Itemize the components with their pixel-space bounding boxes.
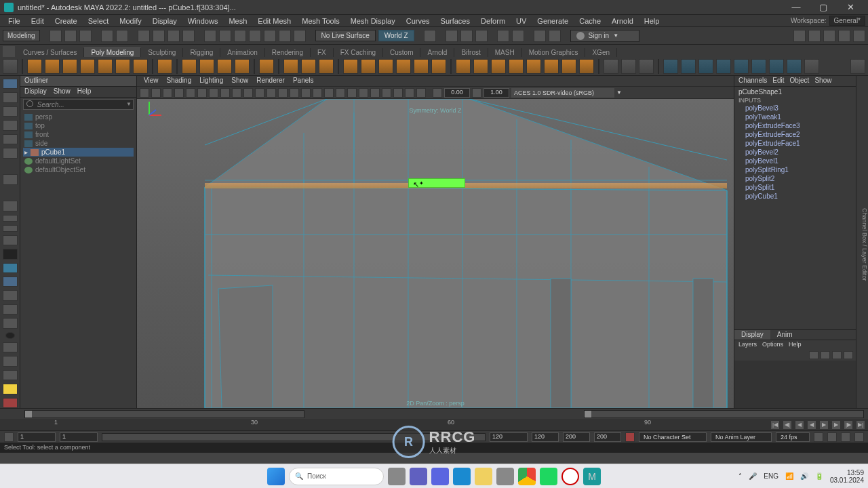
multi-cut-icon[interactable] [604,59,618,74]
target-weld-icon[interactable] [491,59,506,74]
taskbar-record-icon[interactable] [561,468,579,485]
menu-generate[interactable]: Generate [532,17,574,25]
vp-gamma-input[interactable]: 1.00 [484,88,509,98]
range-start-inner[interactable]: 1 [60,432,98,442]
snap-plane-icon[interactable] [249,30,261,42]
display-tab[interactable]: Display [734,330,770,340]
taskbar-chrome-icon[interactable] [518,468,536,485]
uv-cylinder-icon[interactable] [681,59,696,74]
vp-xray-icon[interactable] [324,88,334,98]
open-scene-icon[interactable] [64,30,77,42]
outliner-node-persp[interactable]: persp [23,113,134,121]
symmetry-dropdown[interactable]: World Z [378,30,414,41]
tab-rigging[interactable]: Rigging [183,48,220,57]
paint-select-tool[interactable] [3,106,18,117]
vp-2d-pan-icon[interactable] [174,88,184,98]
taskbar-search[interactable]: 🔍 Поиск [289,468,384,485]
menu-select[interactable]: Select [83,17,115,25]
tab-fx[interactable]: FX [311,48,334,57]
outliner-node-side[interactable]: side [23,139,134,148]
outliner-node-front[interactable]: front [23,130,134,139]
redo-icon[interactable] [116,30,128,42]
snap-grid-icon[interactable] [204,30,216,42]
tab-motion-graphics[interactable]: Motion Graphics [522,48,586,57]
outliner-menu-display[interactable]: Display [24,87,47,96]
sel-mask2-icon[interactable] [167,30,180,42]
vp-lights-icon[interactable] [290,88,299,98]
poly-cube-icon[interactable] [45,59,60,74]
quick-help-icon[interactable] [5,332,15,339]
menu-mesh-tools[interactable]: Mesh Tools [296,17,344,25]
sel-mask3-icon[interactable] [182,30,195,42]
camera-icon[interactable] [804,59,819,74]
range-end-outer[interactable]: 120 [532,432,559,442]
vp-textured-icon[interactable] [278,88,288,98]
audio-icon[interactable] [841,432,850,442]
range-cur-inner[interactable]: 200 [563,432,590,442]
cached-icon[interactable] [854,432,864,442]
menu-mesh-display[interactable]: Mesh Display [345,17,401,25]
play-icon[interactable] [534,30,546,42]
render-view-icon[interactable] [3,290,18,300]
detach-icon[interactable] [526,59,541,74]
history-polyextrude2[interactable]: polyExtrudeFace2 [734,130,856,139]
uv-normal-icon[interactable] [787,59,802,74]
layer-move-up-icon[interactable] [809,351,818,359]
taskbar-app1-icon[interactable] [410,468,427,485]
lasso-tool[interactable] [3,92,18,102]
tab-bifrost[interactable]: Bifrost [454,48,488,57]
ipr-icon[interactable] [460,30,473,42]
tab-mash[interactable]: MASH [488,48,522,57]
new-scene-icon[interactable] [50,30,62,42]
history-polyextrude1[interactable]: polyExtrudeFace1 [734,139,856,148]
poly-sphere-icon[interactable] [27,59,42,74]
offset-loop-icon[interactable] [639,59,654,74]
outliner-menu-help[interactable]: Help [77,87,92,96]
menu-deform[interactable]: Deform [475,17,511,25]
vp-wireframe-icon[interactable] [255,88,264,98]
uv-sphere-icon[interactable] [698,59,713,74]
history-polybevel2[interactable]: polyBevel2 [734,148,856,157]
range-cached-icon[interactable] [4,432,14,442]
step-fwd-icon[interactable]: ▶ [831,420,841,430]
uv-auto-icon[interactable] [716,59,731,74]
outliner-toggle-icon[interactable] [3,235,18,245]
save-scene-icon[interactable] [79,30,92,42]
vp-menu-view[interactable]: View [144,77,159,85]
tab-fx-caching[interactable]: FX Caching [334,48,383,57]
playback-toggle-icon[interactable] [497,30,509,42]
vp-bookmark-icon[interactable] [151,88,161,98]
panel-toggle5-icon[interactable] [853,30,865,42]
move-tool[interactable] [3,120,18,130]
sweep-mesh-icon[interactable] [259,59,274,74]
snap-surface-icon[interactable] [264,30,276,42]
vp-film-gate-icon[interactable] [186,88,195,98]
content-browser-icon[interactable] [3,342,18,352]
step-back-icon[interactable]: ◀ [795,420,804,430]
step-fwd-key-icon[interactable]: |▶ [844,420,853,430]
menu-mesh[interactable]: Mesh [223,17,252,25]
menu-surfaces[interactable]: Surfaces [435,17,475,25]
cb-node-name[interactable]: pCubeShape1 [734,87,856,97]
loop-icon[interactable] [814,432,823,442]
tray-wifi-icon[interactable]: 📶 [785,472,793,480]
tray-volume-icon[interactable]: 🔊 [800,472,808,480]
uv-contour-icon[interactable] [734,59,749,74]
history-polybevel1[interactable]: polyBevel1 [734,157,856,165]
outliner-node-pcube1[interactable]: ▸pCube1 [23,148,134,157]
bool-intersect-icon[interactable] [378,59,393,74]
bridge-icon[interactable] [414,59,429,74]
vp-menu-renderer[interactable]: Renderer [256,77,285,85]
persp-toggle-icon[interactable] [3,249,18,259]
taskbar-edge-icon[interactable] [453,468,471,485]
layers-help[interactable]: Help [789,341,802,349]
menu-curves[interactable]: Curves [401,17,435,25]
bevel-icon[interactable] [431,59,446,74]
vp-menu-shading[interactable]: Shading [167,77,192,85]
vp-exposure-icon[interactable] [433,88,442,98]
uv-editor-icon[interactable] [751,59,766,74]
layer-new-sel-icon[interactable] [844,351,853,359]
menu-help[interactable]: Help [639,17,665,25]
panel-toggle3-icon[interactable] [823,30,835,42]
poly-torus-icon[interactable] [98,59,113,74]
